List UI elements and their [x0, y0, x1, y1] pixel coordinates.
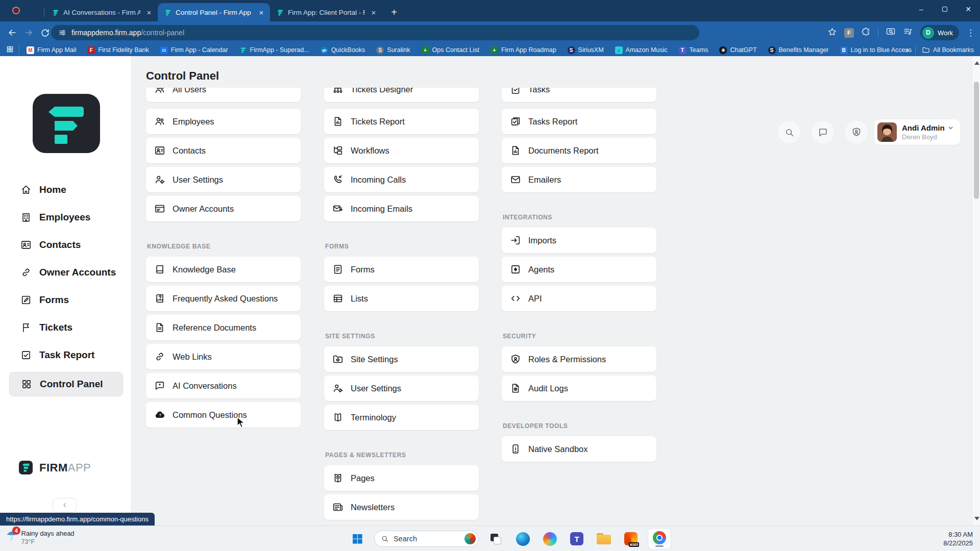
taskbar-copilot-button[interactable]: [540, 529, 560, 549]
tab-close-icon[interactable]: ×: [144, 8, 154, 17]
weather-widget[interactable]: ☂4 Rainy days ahead 73°F: [6, 529, 75, 545]
bookmark-label: Log in to Blue Access: [851, 46, 912, 54]
card-ai-conversations[interactable]: AI Conversations: [146, 373, 301, 398]
card-knowledge-base[interactable]: Knowledge Base: [146, 257, 301, 282]
bookmark-ops-contact-list[interactable]: +Ops Contact List: [422, 46, 479, 54]
back-button[interactable]: [4, 24, 20, 41]
card-imports[interactable]: Imports: [502, 228, 656, 253]
browser-tab-firm-app-client-portal-firm-a[interactable]: Firm App: Client Portal - Firm A×: [270, 3, 382, 21]
sidebar-item-contacts[interactable]: Contacts: [0, 231, 131, 259]
recording-indicator-icon[interactable]: [12, 7, 20, 14]
apps-grid-icon[interactable]: [6, 45, 14, 55]
bookmark-siriusxm[interactable]: SSiriusXM: [568, 46, 604, 54]
sidebar-item-task-report[interactable]: Task Report: [0, 341, 131, 369]
card-documents-report[interactable]: Documents Report: [502, 138, 656, 163]
browser-menu-button[interactable]: ⋮: [966, 28, 975, 38]
taskbar-edge-button[interactable]: [512, 529, 533, 549]
bookmark-firm-app-roadmap[interactable]: +Firm App Roadmap: [491, 46, 556, 54]
sidebar-item-control-panel[interactable]: Control Panel: [9, 372, 123, 396]
taskbar-search-button[interactable]: Search: [374, 531, 479, 547]
taskbar-m365-copilot-button[interactable]: M365: [621, 529, 641, 549]
bookmark-firm-app-calendar[interactable]: 21Firm App - Calendar: [160, 46, 228, 54]
card-reference-documents[interactable]: Reference Documents: [146, 315, 301, 340]
search-highlights-icon[interactable]: [464, 533, 476, 544]
tab-search-button[interactable]: [886, 27, 896, 39]
card-forms[interactable]: Forms: [324, 257, 479, 282]
forward-button[interactable]: [20, 24, 37, 41]
card-native-sandbox[interactable]: Native Sandbox: [502, 436, 656, 462]
card-terminology[interactable]: Terminology: [324, 405, 479, 430]
card-roles-permissions[interactable]: Roles & Permissions: [502, 346, 656, 372]
card-site-settings[interactable]: Site Settings: [324, 346, 479, 372]
bookmark-firm-app-mail[interactable]: MFirm App Mail: [27, 46, 76, 54]
card-tasks-report[interactable]: Tasks Report: [502, 109, 656, 134]
bookmark-first-fidelity-bank[interactable]: FFirst Fidelity Bank: [87, 46, 149, 54]
taskbar-clock[interactable]: 8:30 AM 8/22/2025: [943, 530, 973, 547]
bookmark-firmapp-superad[interactable]: FirmApp - Superad...: [239, 46, 309, 54]
bookmarks-overflow-button[interactable]: »: [905, 46, 909, 54]
scroll-down-icon[interactable]: [974, 517, 979, 520]
bookmark-teams[interactable]: TTeams: [679, 46, 708, 54]
taskbar-teams-button[interactable]: T: [567, 529, 587, 549]
card-common-questions[interactable]: ?Common Questions: [146, 402, 301, 428]
card-incoming-emails[interactable]: Incoming Emails: [324, 196, 479, 221]
scroll-up-icon[interactable]: [974, 61, 979, 65]
address-bar[interactable]: firmappdemo.firm.app/control-panel: [51, 25, 699, 40]
taskbar-windows-start-button[interactable]: [347, 529, 368, 549]
bookmark-quickbooks[interactable]: qbQuickBooks: [321, 46, 365, 54]
tab-close-icon[interactable]: ×: [257, 8, 266, 17]
card-incoming-calls[interactable]: Incoming Calls: [324, 167, 479, 192]
firm-extension-icon[interactable]: F: [844, 28, 854, 38]
card-tickets-designer[interactable]: Tickets Designer: [324, 88, 479, 102]
section-label-pages-newsletters: PAGES & NEWSLETTERS: [324, 452, 406, 459]
bookmark-chatgpt[interactable]: ✳ChatGPT: [719, 46, 756, 54]
card-workflows[interactable]: Workflows: [324, 138, 479, 163]
card-audit-logs[interactable]: Audit Logs: [502, 375, 656, 401]
card-owner-accounts[interactable]: Owner Accounts: [146, 196, 301, 221]
card-pages[interactable]: Pages: [324, 465, 479, 491]
bookmark-log-in-to-blue-access[interactable]: BLog in to Blue Access: [840, 46, 912, 54]
card-lists[interactable]: Lists: [324, 286, 479, 311]
new-tab-button[interactable]: +: [386, 5, 402, 20]
browser-profile-button[interactable]: D Work: [920, 25, 959, 40]
extensions-button[interactable]: [861, 27, 871, 39]
sidebar-collapse-button[interactable]: [53, 498, 77, 512]
card-all-users[interactable]: All Users: [146, 88, 301, 102]
browser-tab-ai-conversations-firm-app[interactable]: AI Conversations - Firm App×: [45, 3, 158, 21]
card-newsletters[interactable]: Newsletters: [324, 494, 479, 520]
card-tickets-report[interactable]: Tickets Report: [324, 109, 479, 134]
card-user-settings[interactable]: User Settings: [146, 167, 301, 192]
card-agents[interactable]: Agents: [502, 257, 656, 282]
reading-list-button[interactable]: [903, 27, 913, 39]
close-button[interactable]: ✕: [957, 0, 980, 18]
sidebar-item-forms[interactable]: Forms: [0, 286, 131, 314]
sidebar-item-owner-accounts[interactable]: Owner Accounts: [0, 259, 131, 286]
card-api[interactable]: API: [502, 286, 656, 311]
page-scrollbar[interactable]: [972, 56, 980, 525]
card-employees[interactable]: Employees: [146, 109, 301, 134]
bookmark-star-button[interactable]: [827, 27, 837, 39]
card-frequently-asked-questions[interactable]: Frequently Asked Questions: [146, 286, 301, 311]
site-info-icon[interactable]: [58, 29, 66, 37]
taskbar-chrome-button[interactable]: [648, 528, 671, 549]
all-bookmarks-button[interactable]: All Bookmarks: [922, 46, 974, 54]
taskbar-file-explorer-button[interactable]: [594, 529, 614, 549]
card-tasks[interactable]: Tasks: [502, 88, 656, 102]
browser-tab-control-panel-firm-app[interactable]: Control Panel - Firm App×: [158, 3, 270, 21]
card-label: Forms: [351, 265, 375, 274]
tab-close-icon[interactable]: ×: [369, 8, 378, 17]
card-web-links[interactable]: Web Links: [146, 344, 301, 369]
card-contacts[interactable]: Contacts: [146, 138, 301, 163]
bookmark-suralink[interactable]: SSuralink: [376, 46, 410, 54]
sidebar-item-home[interactable]: Home: [0, 176, 131, 204]
card-user-settings[interactable]: User Settings: [324, 375, 479, 401]
maximize-button[interactable]: [933, 0, 957, 18]
card-emailers[interactable]: Emailers: [502, 167, 656, 192]
sidebar-item-employees[interactable]: Employees: [0, 204, 131, 231]
bookmark-amazon-music[interactable]: ♪Amazon Music: [615, 46, 668, 54]
sidebar-item-tickets[interactable]: Tickets: [0, 314, 131, 341]
taskbar-task-view-button[interactable]: [485, 529, 506, 549]
minimize-button[interactable]: –: [910, 0, 933, 18]
bookmark-benefits-manager[interactable]: SBenefits Manager: [768, 46, 829, 54]
scrollbar-thumb[interactable]: [974, 82, 979, 199]
